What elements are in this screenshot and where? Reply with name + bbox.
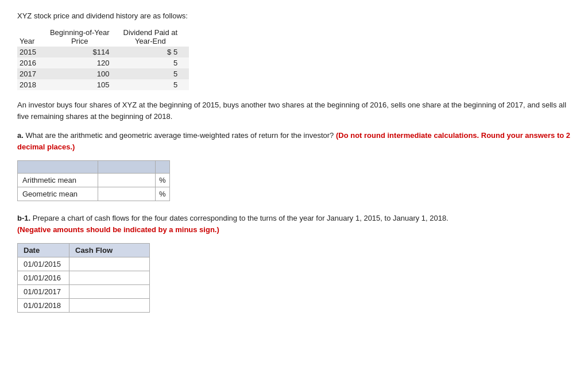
answer-input-cell-1[interactable] (98, 187, 156, 201)
cf-cf-header: Cash Flow (69, 244, 150, 257)
stock-row-0-col-1: $114 (48, 47, 121, 57)
answer-table: Arithmetic mean%Geometric mean% (17, 160, 170, 201)
answer-unit-1: % (156, 187, 170, 201)
cf-date-1: 01/01/2016 (18, 271, 69, 285)
cf-input-cell-2[interactable] (69, 285, 150, 299)
answer-label-1: Geometric mean (18, 187, 98, 201)
stock-col-div-sub: Year-End (121, 37, 189, 47)
cf-date-header: Date (18, 244, 69, 257)
answer-header-col1 (18, 161, 98, 174)
stock-row-3-col-0: 2018 (17, 79, 48, 90)
answer-header-col3 (156, 161, 170, 174)
cf-date-3: 01/01/2018 (18, 299, 69, 313)
question-a-paragraph: a. What are the arithmetic and geometric… (17, 130, 571, 152)
stock-row-3-col-1: 105 (48, 79, 121, 90)
answer-unit-0: % (156, 174, 170, 187)
stock-col-year-header (17, 27, 48, 37)
answer-header-col2 (98, 161, 156, 174)
cf-input-2[interactable] (69, 285, 149, 298)
cf-input-cell-1[interactable] (69, 271, 150, 285)
stock-row-1-col-2: 5 (121, 57, 189, 68)
stock-row-2-col-2: 5 (121, 68, 189, 79)
question-a-label: a. (17, 131, 24, 140)
answer-input-1[interactable] (98, 187, 155, 201)
stock-col-year-sub: Year (17, 37, 48, 47)
investor-paragraph: An investor buys four shares of XYZ at t… (17, 99, 571, 122)
cf-date-2: 01/01/2017 (18, 285, 69, 299)
question-a-text-content: What are the arithmetic and geometric av… (25, 131, 334, 140)
stock-row-2-col-0: 2017 (17, 68, 48, 79)
stock-row-0-col-2: $ 5 (121, 47, 189, 57)
intro-text: XYZ stock price and dividend history are… (17, 11, 571, 20)
cashflow-table: Date Cash Flow 01/01/201501/01/201601/01… (17, 243, 150, 313)
cf-input-3[interactable] (69, 299, 149, 312)
answer-input-0[interactable] (98, 174, 155, 187)
question-b1-paragraph: b-1. Prepare a chart of cash flows for t… (17, 213, 571, 235)
question-b1-bold: (Negative amounts should be indicated by… (17, 225, 219, 234)
question-b1-text-content: Prepare a chart of cash flows for the fo… (33, 214, 448, 222)
stock-row-3-col-2: 5 (121, 79, 189, 90)
stock-price-table: Beginning-of-Year Dividend Paid at Year … (17, 27, 189, 90)
cf-input-cell-3[interactable] (69, 299, 150, 313)
stock-col-price-header1: Beginning-of-Year (48, 27, 121, 37)
cf-input-cell-0[interactable] (69, 257, 150, 271)
answer-input-cell-0[interactable] (98, 174, 156, 187)
question-b1-label: b-1. (17, 214, 30, 222)
stock-row-2-col-1: 100 (48, 68, 121, 79)
cf-input-1[interactable] (69, 271, 149, 284)
stock-row-0-col-0: 2015 (17, 47, 48, 57)
cf-date-0: 01/01/2015 (18, 257, 69, 271)
stock-col-price-sub: Price (48, 37, 121, 47)
stock-col-div-header1: Dividend Paid at (121, 27, 189, 37)
answer-label-0: Arithmetic mean (18, 174, 98, 187)
cf-input-0[interactable] (69, 257, 149, 271)
stock-row-1-col-1: 120 (48, 57, 121, 68)
stock-row-1-col-0: 2016 (17, 57, 48, 68)
